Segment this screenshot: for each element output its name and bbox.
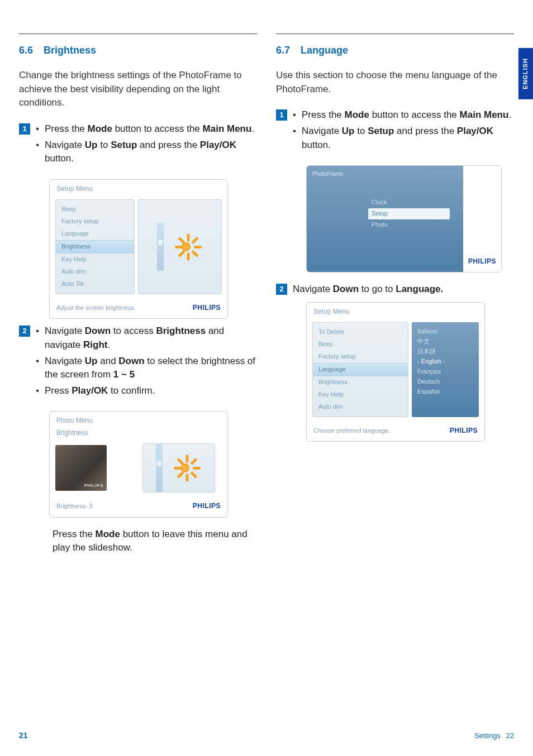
menu-item: Brightness bbox=[56, 240, 134, 253]
side-tab-english: ENGLISH bbox=[518, 48, 533, 99]
language-option: 中文 bbox=[417, 337, 473, 347]
photo-thumbnail bbox=[55, 445, 107, 491]
step-1-right: 1 Press the Mode button to access the Ma… bbox=[276, 108, 514, 160]
heading-6-6: 6.6 Brightness bbox=[19, 43, 257, 58]
sun-icon bbox=[169, 230, 203, 264]
menu-item: Key Help bbox=[313, 389, 408, 401]
footer-label: Settings bbox=[474, 731, 501, 740]
bullet: Press Play/OK to confirm. bbox=[36, 384, 257, 398]
menu-item: Factory setup bbox=[56, 216, 134, 228]
bullet: Navigate Up to Setup and press the Play/… bbox=[36, 138, 257, 166]
photo-preview bbox=[55, 443, 139, 492]
brightness-preview bbox=[138, 199, 222, 294]
menu-item: Brightness bbox=[313, 376, 408, 389]
step-index-2: 2 bbox=[19, 326, 30, 337]
step-index-1: 1 bbox=[19, 123, 30, 135]
language-option: Español bbox=[417, 387, 473, 397]
philips-logo: PHILIPS bbox=[193, 303, 221, 313]
bullet: Navigate Up to Setup and press the Play/… bbox=[293, 125, 514, 152]
page-number-right: 22 bbox=[506, 731, 514, 740]
menu-list: BeepFactory setupLanguageBrightnessKey H… bbox=[55, 199, 135, 294]
panel-title-brightness: Brightness bbox=[50, 428, 227, 440]
step2-text: Navigate Down to go to Language. bbox=[293, 283, 514, 296]
philips-logo: PHILIPS bbox=[193, 501, 221, 511]
page-footer-right: Settings 22 bbox=[474, 731, 514, 741]
intro-6-7: Use this section to choose the menu lang… bbox=[276, 69, 514, 96]
rule bbox=[19, 34, 257, 34]
step-index-1: 1 bbox=[276, 109, 287, 121]
sun-icon bbox=[168, 451, 202, 485]
language-option: - English - bbox=[417, 357, 473, 367]
panel-title: Setup Menu bbox=[50, 180, 227, 196]
right-column: 6.7 Language Use this section to choose … bbox=[276, 34, 514, 559]
step2-bullets: Navigate Down to access Brightness and n… bbox=[36, 324, 257, 398]
heading-6-7: 6.7 Language bbox=[276, 43, 514, 58]
menu-item: Beep bbox=[56, 203, 134, 216]
left-column: 6.6 Brightness Change the brightness set… bbox=[19, 34, 257, 559]
menu-item: Language bbox=[313, 363, 408, 376]
bullet: Press the Mode button to access the Main… bbox=[36, 122, 257, 136]
page-number-left: 21 bbox=[19, 730, 28, 741]
mode-main-menu-panel: PhotoFrame ClockSetupPhoto PHILIPS bbox=[306, 165, 502, 272]
panel-title-photo: Photo Menu bbox=[50, 412, 227, 428]
step-index-2: 2 bbox=[276, 284, 287, 295]
mode-row: Clock bbox=[368, 197, 450, 208]
page-columns: 6.6 Brightness Change the brightness set… bbox=[0, 0, 533, 559]
mode-row: Setup bbox=[368, 208, 450, 219]
language-option: Deutsch bbox=[417, 377, 473, 387]
bullet: Navigate Up and Down to select the brigh… bbox=[36, 355, 257, 382]
panel-footer-text: Brightness: 3 bbox=[56, 502, 92, 511]
menu-item: Key Help bbox=[56, 253, 134, 266]
tail-6-6: Press the Mode button to leave this menu… bbox=[53, 528, 257, 555]
mode-menu-list: ClockSetupPhoto bbox=[368, 197, 450, 231]
philips-logo: PHILIPS bbox=[450, 426, 478, 436]
brightness-preview2 bbox=[142, 443, 215, 492]
step-2-right: 2 Navigate Down to go to Language. bbox=[276, 283, 514, 296]
step-2-left: 2 Navigate Down to access Brightness and… bbox=[19, 324, 257, 405]
heading-num: 6.7 bbox=[276, 45, 290, 56]
language-option: Italiano bbox=[417, 327, 473, 337]
setup-menu-panel-language: Setup Menu To DeleteBeepFactory setupLan… bbox=[306, 302, 485, 442]
language-option: Français bbox=[417, 367, 473, 377]
panel-title: Setup Menu bbox=[307, 303, 484, 319]
brightness-slider-icon bbox=[157, 223, 164, 271]
page-footer: 21 Settings 22 bbox=[19, 730, 514, 741]
brightness-adjust-panel: Photo Menu Brightness bbox=[49, 411, 228, 517]
philips-logo: PHILIPS bbox=[468, 257, 496, 266]
rule bbox=[276, 34, 514, 34]
panel-footer-text: Choose preferred language. bbox=[313, 427, 390, 436]
menu-item: To Delete bbox=[313, 326, 408, 338]
heading-title: Language bbox=[301, 45, 348, 56]
step1-bullets: Press the Mode button to access the Main… bbox=[36, 122, 257, 166]
mode-header: PhotoFrame bbox=[312, 170, 343, 179]
menu-item: Auto Tilt bbox=[56, 278, 134, 290]
step-1-left: 1 Press the Mode button to access the Ma… bbox=[19, 122, 257, 174]
menu-item: Beep bbox=[313, 338, 408, 351]
setup-menu-panel-brightness: Setup Menu BeepFactory setupLanguageBrig… bbox=[49, 179, 228, 319]
heading-num: 6.6 bbox=[19, 45, 33, 56]
menu-item: Language bbox=[56, 228, 134, 240]
step1-bullets: Press the Mode button to access the Main… bbox=[293, 108, 514, 152]
language-list: Italiano中文日本語- English -FrançaisDeutschE… bbox=[412, 322, 479, 417]
bullet: Press the Mode button to access the Main… bbox=[293, 108, 514, 122]
menu-item: Auto dim bbox=[56, 266, 134, 278]
intro-6-6: Change the brightness settings of the Ph… bbox=[19, 69, 257, 110]
heading-title: Brightness bbox=[44, 45, 96, 56]
brightness-slider-icon bbox=[156, 444, 163, 492]
menu-item: Factory setup bbox=[313, 351, 408, 363]
menu-list: To DeleteBeepFactory setupLanguageBright… bbox=[312, 322, 408, 417]
language-option: 日本語 bbox=[417, 347, 473, 357]
mode-row: Photo bbox=[368, 219, 450, 231]
bullet: Navigate Down to access Brightness and n… bbox=[36, 324, 257, 352]
menu-item: Auto dim bbox=[313, 401, 408, 413]
panel-footer-text: Adjust the screen brightness. bbox=[56, 304, 136, 313]
